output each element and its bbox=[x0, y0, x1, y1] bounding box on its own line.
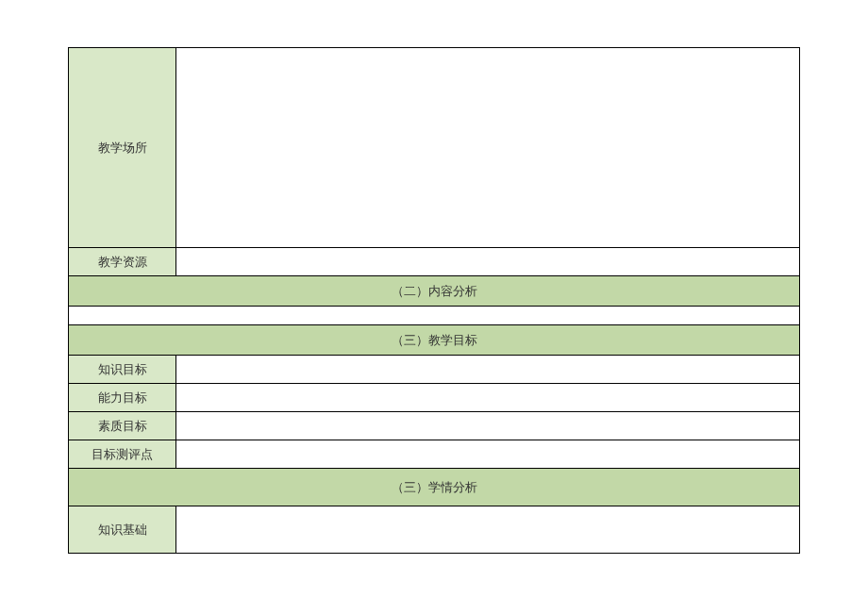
label-assessment-points: 目标测评点 bbox=[69, 440, 176, 469]
section-header-student-analysis: （三）学情分析 bbox=[69, 469, 800, 506]
label-ability-objective: 能力目标 bbox=[69, 384, 176, 412]
row-section-student-analysis: （三）学情分析 bbox=[69, 469, 800, 506]
section-header-teaching-objectives: （三）教学目标 bbox=[69, 325, 800, 356]
value-teaching-resources bbox=[176, 248, 800, 276]
value-ability-objective bbox=[176, 384, 800, 412]
row-knowledge-objective: 知识目标 bbox=[69, 356, 800, 384]
row-ability-objective: 能力目标 bbox=[69, 384, 800, 412]
label-teaching-resources: 教学资源 bbox=[69, 248, 176, 276]
lesson-plan-table: 教学场所 教学资源 （二）内容分析 （三）教学目标 知识目标 能力目标 素质目标 bbox=[68, 47, 800, 554]
row-section-content-analysis: （二）内容分析 bbox=[69, 276, 800, 307]
value-quality-objective bbox=[176, 412, 800, 440]
row-content-analysis-value bbox=[69, 307, 800, 325]
label-quality-objective: 素质目标 bbox=[69, 412, 176, 440]
row-quality-objective: 素质目标 bbox=[69, 412, 800, 440]
row-teaching-resources: 教学资源 bbox=[69, 248, 800, 276]
row-section-teaching-objectives: （三）教学目标 bbox=[69, 325, 800, 356]
label-knowledge-base: 知识基础 bbox=[69, 506, 176, 554]
row-teaching-place: 教学场所 bbox=[69, 48, 800, 248]
value-knowledge-objective bbox=[176, 356, 800, 384]
value-content-analysis bbox=[69, 307, 800, 325]
label-teaching-place: 教学场所 bbox=[69, 48, 176, 248]
row-assessment-points: 目标测评点 bbox=[69, 440, 800, 469]
row-knowledge-base: 知识基础 bbox=[69, 506, 800, 554]
label-knowledge-objective: 知识目标 bbox=[69, 356, 176, 384]
value-teaching-place bbox=[176, 48, 800, 248]
value-assessment-points bbox=[176, 440, 800, 469]
section-header-content-analysis: （二）内容分析 bbox=[69, 276, 800, 307]
value-knowledge-base bbox=[176, 506, 800, 554]
